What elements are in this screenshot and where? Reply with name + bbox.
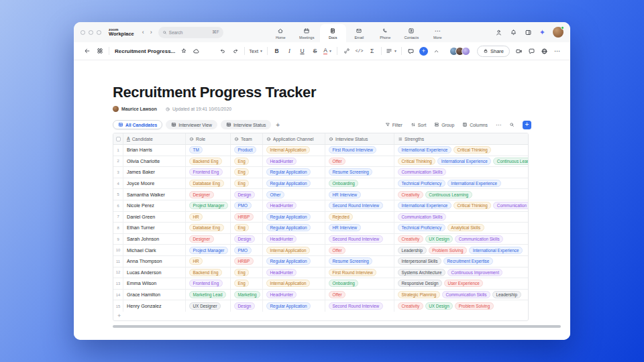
channel-cell[interactable]: HeadHunter — [263, 234, 325, 245]
tag-pill[interactable]: Frontend Eng — [189, 280, 223, 287]
strengths-cell[interactable]: Critical ThinkingInternational Experienc… — [394, 156, 528, 167]
strengths-cell[interactable]: Strategic PlanningCommunication SkillsLe… — [394, 290, 528, 300]
candidate-name-cell[interactable]: Anna Thompson — [123, 256, 186, 267]
language-button[interactable] — [539, 46, 549, 57]
strikethrough-button[interactable]: S — [310, 46, 320, 57]
tag-pill[interactable]: Critical Thinking — [453, 202, 491, 209]
docs-home-button[interactable] — [95, 46, 105, 57]
tag-pill[interactable]: Creativity — [398, 235, 423, 243]
ai-companion-icon[interactable]: ✦ — [539, 29, 545, 36]
tag-pill[interactable]: Design — [234, 191, 255, 198]
status-cell[interactable]: HR Interview — [325, 223, 394, 233]
candidate-name-cell[interactable]: Nicole Perez — [123, 200, 186, 211]
profile-icon[interactable] — [495, 29, 502, 36]
add-row-button[interactable]: + — [113, 312, 528, 320]
filter-button[interactable]: Filter — [385, 122, 402, 127]
chat-button[interactable] — [527, 46, 537, 57]
role-cell[interactable]: Backend Eng — [186, 156, 231, 167]
tag-pill[interactable]: Eng — [234, 168, 249, 176]
table-row[interactable]: 1Brian HarrisTMProductInternal Applicati… — [113, 145, 528, 156]
tag-pill[interactable]: Communication Skills — [398, 213, 446, 221]
table-row[interactable]: 12Lucas AndersonBackend EngEngHeadHunter… — [113, 267, 528, 279]
tag-pill[interactable]: Problem Solving — [455, 302, 494, 310]
tag-pill[interactable]: Technical Proficiency — [398, 224, 445, 231]
role-cell[interactable]: Frontend Eng — [186, 278, 231, 289]
status-cell[interactable]: Offer — [325, 290, 394, 300]
column-header-strengths[interactable]: Strengths — [394, 133, 528, 144]
tag-pill[interactable]: Critical Thinking — [398, 158, 435, 165]
tag-pill[interactable]: Leadership — [398, 247, 427, 254]
strengths-cell[interactable]: Communication Skills — [394, 212, 528, 223]
candidate-name-cell[interactable]: Emma Wilson — [123, 278, 186, 289]
back-button[interactable] — [82, 46, 92, 57]
tag-pill[interactable]: Other — [266, 191, 284, 198]
strengths-cell[interactable]: International ExperienceCritical Thinkin… — [394, 200, 528, 211]
channel-cell[interactable]: Regular Application — [263, 178, 325, 189]
channel-cell[interactable]: HeadHunter — [263, 290, 325, 300]
view-tab-interview-status[interactable]: Interview Status — [221, 120, 271, 129]
minimize-window-button[interactable] — [89, 30, 93, 35]
team-cell[interactable]: Eng — [231, 167, 263, 178]
tag-pill[interactable]: Eng — [234, 224, 249, 231]
nav-forward-icon[interactable]: › — [150, 29, 152, 36]
share-button[interactable]: Share — [477, 46, 510, 57]
team-cell[interactable]: Marketing — [231, 290, 263, 300]
star-button[interactable] — [178, 46, 189, 57]
tag-pill[interactable]: Offer — [329, 291, 345, 298]
underline-button[interactable]: U — [297, 46, 307, 57]
tag-pill[interactable]: Internal Application — [266, 247, 310, 254]
text-color-dropdown[interactable]: A▼ — [323, 46, 333, 57]
italic-button[interactable]: I — [284, 46, 294, 57]
status-cell[interactable]: Rejected — [325, 212, 394, 223]
tag-pill[interactable]: HR — [189, 213, 203, 221]
team-cell[interactable]: Eng — [231, 223, 263, 233]
table-search-icon[interactable] — [509, 122, 515, 127]
tag-pill[interactable]: Regular Application — [266, 213, 311, 221]
tag-pill[interactable]: Backend Eng — [189, 269, 222, 276]
status-cell[interactable]: Resume Screening — [325, 167, 394, 178]
tag-pill[interactable]: International Experience — [437, 158, 491, 165]
candidate-name-cell[interactable]: Grace Hamilton — [123, 290, 186, 300]
candidate-name-cell[interactable]: Joyce Moore — [123, 178, 186, 189]
tag-pill[interactable]: Communication Skills — [442, 291, 490, 298]
add-record-button[interactable]: + — [523, 121, 531, 129]
horizontal-scrollbar[interactable] — [113, 325, 561, 328]
status-cell[interactable]: Onboarding — [325, 178, 394, 189]
tag-pill[interactable]: International Experience — [447, 180, 501, 187]
team-cell[interactable]: HRBP — [231, 256, 263, 267]
role-cell[interactable]: Database Eng — [186, 223, 231, 233]
channel-cell[interactable]: Internal Application — [263, 245, 325, 255]
tag-pill[interactable]: Technical Proficiency — [398, 180, 445, 187]
tag-pill[interactable]: Resume Screening — [329, 168, 372, 176]
column-header-team[interactable]: Team — [231, 133, 263, 144]
tag-pill[interactable]: Resume Screening — [329, 257, 372, 265]
role-cell[interactable]: TM — [186, 145, 231, 156]
channel-cell[interactable]: HeadHunter — [263, 200, 325, 211]
tag-pill[interactable]: Marketing — [234, 291, 260, 298]
channel-cell[interactable]: Other — [263, 189, 325, 200]
select-all-checkbox[interactable] — [116, 137, 121, 141]
team-cell[interactable]: Design — [231, 300, 263, 312]
strengths-cell[interactable]: Technical ProficiencyInternational Exper… — [394, 178, 528, 189]
tag-pill[interactable]: User Experience — [444, 280, 483, 287]
tag-pill[interactable]: Responsive Design — [398, 280, 442, 287]
tag-pill[interactable]: UX Design — [425, 235, 453, 243]
cloud-status-button[interactable] — [191, 46, 201, 57]
tag-pill[interactable]: Rejected — [329, 213, 353, 221]
add-view-button[interactable]: + — [276, 121, 280, 129]
status-cell[interactable]: Resume Screening — [325, 256, 394, 267]
group-button[interactable]: Group — [434, 122, 454, 127]
table-row[interactable]: 7Daniel GreenHRHRBPRegular ApplicationRe… — [113, 212, 528, 223]
candidate-name-cell[interactable]: Sarah Johnson — [123, 234, 186, 245]
redo-button[interactable] — [230, 46, 240, 57]
table-row[interactable]: 9Sarah JohnsonDesignerDesignHeadHunterSe… — [113, 234, 528, 245]
table-row[interactable]: 3James BakerFrontend EngEngRegular Appli… — [113, 167, 528, 178]
status-cell[interactable]: Onboarding — [325, 278, 394, 289]
tag-pill[interactable]: Critical Thinking — [453, 146, 491, 154]
candidate-name-cell[interactable]: Samantha Walker — [123, 189, 186, 200]
tag-pill[interactable]: Eng — [234, 280, 249, 287]
tag-pill[interactable]: HeadHunter — [266, 291, 297, 298]
tag-pill[interactable]: HRBP — [234, 213, 254, 221]
more-options-button[interactable]: ⋯ — [552, 46, 562, 57]
candidate-name-cell[interactable]: Henry Gonzalez — [123, 300, 186, 312]
